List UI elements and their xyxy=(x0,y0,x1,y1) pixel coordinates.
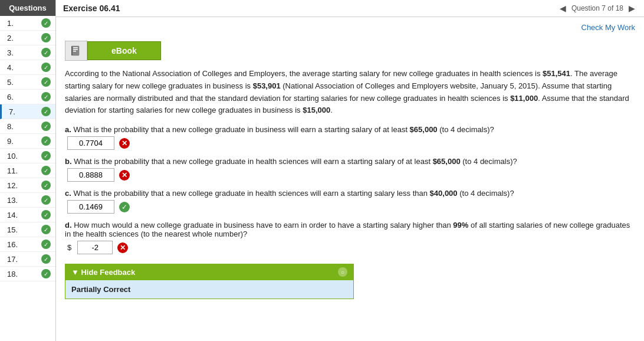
sidebar-item-18[interactable]: 18.✓ xyxy=(0,267,55,281)
question-counter: Question 7 of 18 xyxy=(571,4,623,12)
question-text-0: a. What is the probability that a new co… xyxy=(65,125,635,134)
feedback-box: ▼ Hide Feedback ○ Partially Correct xyxy=(65,264,354,299)
sidebar-item-num: 15. xyxy=(7,225,18,234)
check-icon: ✓ xyxy=(41,151,51,160)
svg-rect-1 xyxy=(73,47,78,48)
sidebar-item-2[interactable]: 2.✓ xyxy=(0,31,55,45)
check-icon: ✓ xyxy=(41,166,51,175)
check-icon: ✓ xyxy=(41,225,51,234)
sidebar-item-9[interactable]: 9.✓ xyxy=(0,134,55,149)
feedback-header-label: ▼ Hide Feedback xyxy=(71,268,135,277)
sidebar-item-num: 9. xyxy=(7,137,14,146)
sidebar-item-num: 12. xyxy=(7,181,18,190)
questions-area: a. What is the probability that a new co… xyxy=(65,125,635,254)
check-icon: ✓ xyxy=(41,269,51,278)
check-my-work-link[interactable]: Check My Work xyxy=(581,23,636,32)
ebook-bar: eBook xyxy=(65,41,635,61)
feedback-header[interactable]: ▼ Hide Feedback ○ xyxy=(65,264,353,280)
status-icon-3: ✕ xyxy=(117,242,128,253)
sidebar-item-1[interactable]: 1.✓ xyxy=(0,16,55,31)
part-label-1: b. xyxy=(65,157,72,166)
sidebar-item-16[interactable]: 16.✓ xyxy=(0,237,55,252)
sidebar-item-3[interactable]: 3.✓ xyxy=(0,45,55,60)
answer-row-3: $ ✕ xyxy=(67,241,635,254)
svg-rect-2 xyxy=(73,49,78,50)
svg-rect-3 xyxy=(73,51,76,52)
sidebar-item-num: 7. xyxy=(9,107,15,116)
sidebar-item-13[interactable]: 13.✓ xyxy=(0,193,55,208)
sidebar-item-num: 3. xyxy=(7,48,14,57)
sidebar-item-num: 18. xyxy=(7,270,18,278)
answer-input-3[interactable] xyxy=(77,241,113,254)
check-icon: ✓ xyxy=(41,77,51,87)
exercise-title: Exercise 06.41 xyxy=(63,4,120,13)
check-icon: ✓ xyxy=(41,254,51,264)
check-icon: ✓ xyxy=(41,195,51,205)
part-label-3: d. xyxy=(65,221,72,229)
question-part-a: a. What is the probability that a new co… xyxy=(65,125,635,150)
check-icon: ✓ xyxy=(41,33,51,42)
sidebar-item-num: 6. xyxy=(7,93,14,101)
sidebar-item-15[interactable]: 15.✓ xyxy=(0,222,55,237)
main-content: Exercise 06.41 ◀ Question 7 of 18 ▶ Chec… xyxy=(56,0,644,341)
content-area: Check My Work eBook According to the Nat… xyxy=(56,17,644,341)
sidebar-item-num: 10. xyxy=(7,152,18,160)
sidebar-item-num: 17. xyxy=(7,255,18,264)
question-part-b: b. What is the probability that a new co… xyxy=(65,157,635,182)
sidebar-item-num: 4. xyxy=(7,63,14,72)
sidebar-item-num: 13. xyxy=(7,196,18,205)
sidebar-item-6[interactable]: 6.✓ xyxy=(0,90,55,104)
check-icon: ✓ xyxy=(41,18,51,28)
sidebar-item-17[interactable]: 17.✓ xyxy=(0,252,55,267)
check-icon: ✓ xyxy=(41,107,51,116)
svg-rect-4 xyxy=(71,46,73,55)
question-text-3: d. How much would a new college graduate… xyxy=(65,221,635,238)
prev-question-arrow[interactable]: ◀ xyxy=(558,4,568,13)
sidebar-item-num: 8. xyxy=(7,122,14,131)
question-nav: ◀ Question 7 of 18 ▶ xyxy=(558,4,637,13)
question-part-d: d. How much would a new college graduate… xyxy=(65,221,635,254)
sidebar-header: Questions xyxy=(0,0,55,16)
sd1: $11,000 xyxy=(510,94,538,103)
salary2: $53,901 xyxy=(253,81,281,90)
sidebar-item-12[interactable]: 12.✓ xyxy=(0,178,55,193)
answer-row-0: ✕ xyxy=(67,136,635,150)
answer-row-1: ✕ xyxy=(67,168,635,182)
sidebar-item-num: 11. xyxy=(7,166,18,175)
answer-input-2[interactable] xyxy=(67,200,114,214)
sidebar-item-7[interactable]: 7.✓ xyxy=(0,104,55,119)
sidebar-item-num: 1. xyxy=(7,19,14,28)
problem-text-5: . xyxy=(330,106,333,114)
check-icon: ✓ xyxy=(41,181,51,190)
sidebar-item-num: 2. xyxy=(7,34,14,42)
sidebar-item-14[interactable]: 14.✓ xyxy=(0,208,55,222)
status-icon-0: ✕ xyxy=(119,138,130,149)
status-icon-1: ✕ xyxy=(119,170,130,181)
sidebar-item-4[interactable]: 4.✓ xyxy=(0,60,55,75)
sidebar-item-num: 14. xyxy=(7,211,18,219)
top-bar: Exercise 06.41 ◀ Question 7 of 18 ▶ xyxy=(56,0,644,17)
sidebar-item-10[interactable]: 10.✓ xyxy=(0,149,55,163)
feedback-content: Partially Correct xyxy=(65,280,353,299)
check-icon: ✓ xyxy=(41,92,51,101)
answer-row-2: ✓ xyxy=(67,200,635,214)
feedback-collapse-icon[interactable]: ○ xyxy=(338,267,347,277)
check-icon: ✓ xyxy=(41,122,51,131)
next-question-arrow[interactable]: ▶ xyxy=(627,4,637,13)
sidebar-item-5[interactable]: 5.✓ xyxy=(0,75,55,90)
answer-input-0[interactable] xyxy=(67,136,114,150)
sd2: $15,000 xyxy=(303,106,330,114)
dollar-sign-3: $ xyxy=(67,243,71,252)
sidebar-item-11[interactable]: 11.✓ xyxy=(0,163,55,178)
answer-input-1[interactable] xyxy=(67,168,114,182)
check-icon: ✓ xyxy=(41,210,51,219)
part-label-2: c. xyxy=(65,189,71,198)
question-text-1: b. What is the probability that a new co… xyxy=(65,157,635,166)
problem-text-1: According to the National Association of… xyxy=(65,69,543,78)
sidebar-item-8[interactable]: 8.✓ xyxy=(0,119,55,134)
check-icon: ✓ xyxy=(41,48,51,57)
ebook-button[interactable]: eBook xyxy=(87,41,161,60)
sidebar-item-num: 5. xyxy=(7,78,14,87)
questions-sidebar: Questions 1.✓2.✓3.✓4.✓5.✓6.✓7.✓8.✓9.✓10.… xyxy=(0,0,56,341)
salary1: $51,541 xyxy=(543,69,570,78)
